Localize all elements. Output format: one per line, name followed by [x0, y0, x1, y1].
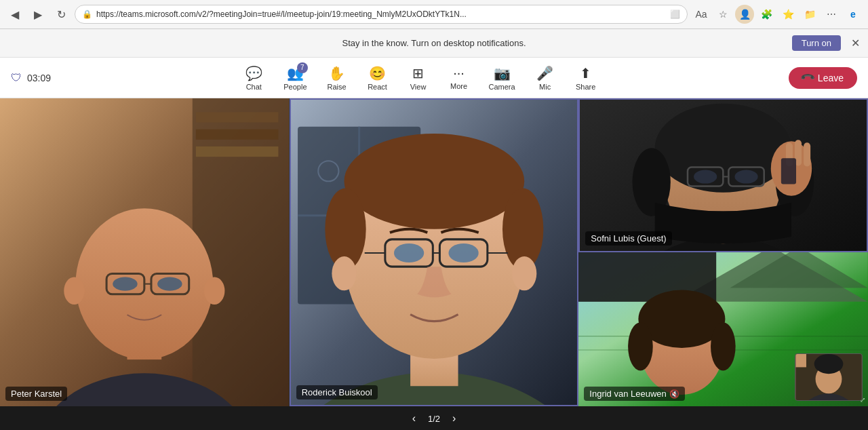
more-button[interactable]: ··· More: [441, 61, 477, 94]
camera-button[interactable]: 📷 Camera: [482, 61, 522, 95]
raise-label: Raise: [327, 83, 346, 91]
svg-point-48: [735, 170, 758, 183]
back-button[interactable]: ◀: [5, 5, 24, 24]
svg-point-70: [814, 354, 844, 374]
lock-icon: 🔒: [82, 9, 92, 19]
svg-point-35: [512, 256, 536, 290]
svg-point-65: [711, 322, 736, 370]
share-label: Share: [576, 83, 595, 91]
page-indicator: ‹ 1/2 ›: [0, 406, 868, 430]
favorites-button[interactable]: ⭐: [778, 5, 797, 24]
video-cell-sofni: Sofni Lubis (Guest): [578, 98, 868, 252]
svg-point-13: [64, 277, 84, 305]
leave-phone-icon: 📞: [800, 70, 816, 85]
raise-button[interactable]: ✋ Raise: [319, 61, 355, 95]
raise-icon: ✋: [328, 65, 345, 81]
forward-button[interactable]: ▶: [28, 5, 47, 24]
svg-rect-68: [795, 354, 806, 367]
close-notification-button[interactable]: ✕: [851, 37, 860, 50]
profile-button[interactable]: 👤: [735, 5, 754, 24]
svg-point-47: [694, 170, 717, 183]
prev-page-button[interactable]: ‹: [407, 410, 421, 427]
video-feed-peter: [0, 98, 289, 406]
people-icon: 👥 7: [287, 65, 304, 81]
expand-icon: ⤢: [860, 396, 865, 404]
extensions-button[interactable]: 🧩: [757, 5, 776, 24]
toolbar-center: 💬 Chat 👥 7 People ✋ Raise 😊 React ⊞ View…: [51, 61, 789, 95]
video-cell-roderick: Roderick Buiskool: [290, 98, 579, 406]
svg-rect-1: [193, 98, 289, 406]
browser-toolbar: ◀ ▶ ↻ 🔒 https://teams.microsoft.com/v2/?…: [0, 0, 868, 28]
sofni-label: Sofni Lubis (Guest): [585, 231, 671, 246]
roderick-label: Roderick Buiskool: [296, 385, 378, 399]
edge-icon[interactable]: e: [844, 5, 863, 24]
notification-bar: Stay in the know. Turn on desktop notifi…: [0, 29, 868, 58]
mic-button[interactable]: 🎤 Mic: [528, 61, 563, 95]
collections-button[interactable]: 📁: [800, 5, 819, 24]
peter-label: Peter Karstel: [5, 387, 67, 401]
people-badge: 7: [297, 62, 308, 73]
react-button[interactable]: 😊 React: [360, 61, 395, 95]
thumbnail-video: [795, 354, 862, 400]
cast-icon: ⬜: [670, 9, 680, 19]
more-label: More: [450, 82, 467, 90]
leave-button[interactable]: 📞 Leave: [789, 67, 857, 89]
mic-icon: 🎤: [536, 65, 553, 81]
address-bar[interactable]: 🔒 https://teams.microsoft.com/v2/?meetin…: [75, 5, 688, 24]
svg-point-14: [204, 277, 224, 305]
toolbar-right: 📞 Leave: [789, 67, 857, 89]
toolbar-left: 🛡 03:09: [11, 72, 51, 84]
reader-mode-button[interactable]: Aa: [692, 5, 711, 24]
shield-icon: 🛡: [11, 72, 22, 84]
video-cell-peter: Peter Karstel: [0, 98, 290, 406]
browser-more-button[interactable]: ⋯: [822, 5, 841, 24]
peter-name: Peter Karstel: [11, 389, 62, 399]
ingrid-label: Ingrid van Leeuwen 🔇: [584, 387, 684, 401]
chat-icon: 💬: [245, 65, 262, 81]
svg-rect-4: [196, 146, 279, 157]
video-feed-sofni: [580, 100, 867, 251]
video-cell-ingrid: Ingrid van Leeuwen 🔇 ⤢: [578, 252, 868, 406]
notification-text: Stay in the know. Turn on desktop notifi…: [342, 38, 526, 48]
svg-point-12: [157, 277, 182, 290]
refresh-button[interactable]: ↻: [52, 5, 71, 24]
react-label: React: [368, 83, 387, 91]
svg-point-32: [394, 243, 424, 262]
more-icon: ···: [453, 65, 465, 81]
video-feed-roderick: [291, 100, 578, 405]
view-icon: ⊞: [412, 65, 424, 81]
video-grid: Peter Karstel: [0, 98, 868, 406]
leave-label: Leave: [818, 73, 844, 83]
page-count: 1/2: [428, 414, 440, 424]
react-icon: 😊: [369, 65, 386, 81]
camera-label: Camera: [489, 83, 515, 91]
chat-button[interactable]: 💬 Chat: [236, 61, 271, 95]
turn-on-button[interactable]: Turn on: [792, 35, 841, 51]
people-button[interactable]: 👥 7 People: [277, 61, 313, 95]
teams-toolbar: 🛡 03:09 💬 Chat 👥 7 People ✋ Raise 😊 Reac…: [0, 58, 868, 98]
bookmark-button[interactable]: ☆: [713, 5, 732, 24]
ingrid-mic-muted-icon: 🔇: [669, 389, 679, 399]
sofni-name: Sofni Lubis (Guest): [591, 233, 666, 243]
chat-label: Chat: [246, 83, 262, 91]
svg-point-24: [344, 134, 524, 229]
svg-point-11: [113, 277, 137, 290]
url-text: https://teams.microsoft.com/v2/?meetingJ…: [96, 9, 666, 19]
mic-label: Mic: [539, 83, 551, 91]
thumbnail-fifth-participant: [795, 353, 863, 401]
share-button[interactable]: ⬆ Share: [568, 61, 604, 95]
meeting-timer: 03:09: [27, 73, 51, 83]
view-label: View: [410, 83, 427, 91]
next-page-button[interactable]: ›: [447, 410, 461, 427]
svg-rect-3: [196, 130, 279, 140]
svg-rect-52: [804, 142, 810, 166]
view-button[interactable]: ⊞ View: [401, 61, 436, 95]
svg-point-64: [628, 322, 653, 370]
roderick-name: Roderick Buiskool: [302, 387, 372, 397]
svg-point-33: [448, 243, 478, 262]
svg-point-34: [332, 256, 356, 290]
svg-rect-2: [196, 112, 279, 122]
svg-rect-53: [781, 158, 796, 184]
people-label: People: [283, 83, 307, 91]
browser-chrome: ◀ ▶ ↻ 🔒 https://teams.microsoft.com/v2/?…: [0, 0, 868, 29]
